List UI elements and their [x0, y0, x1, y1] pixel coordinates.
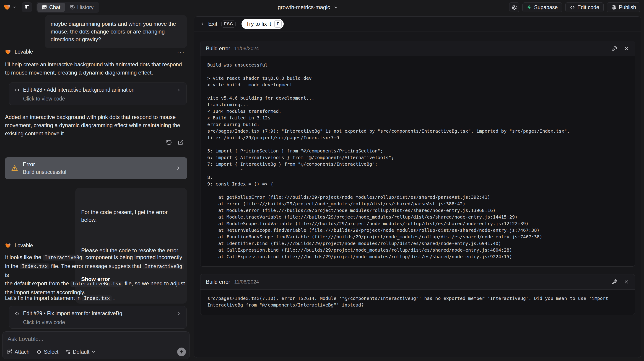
fix-wrench-button[interactable] — [612, 279, 617, 285]
assistant-name: Lovable — [14, 49, 33, 55]
lovable-menu[interactable] — [4, 4, 16, 11]
edit-code-label: Edit code — [578, 4, 599, 10]
open-preview-button[interactable] — [178, 139, 184, 145]
chat-panel: maybe diagramming points and when you mo… — [0, 14, 191, 361]
exit-button[interactable]: Exit — [200, 21, 217, 27]
edit-card-subtitle: Click to view code — [9, 317, 186, 326]
build-error-log-card: Build error 11/08/2024 Build was unsucce… — [200, 41, 635, 267]
error-card-subtitle: Build unsuccessful — [23, 169, 66, 175]
edit-card-28[interactable]: Edit #28 • Add interactive background an… — [9, 82, 186, 105]
image-plus-icon — [7, 349, 12, 355]
assistant-header: Lovable ··· — [5, 49, 185, 55]
tab-chat-label: Chat — [49, 4, 60, 10]
chevron-right-icon — [176, 311, 181, 316]
build-error-card[interactable]: Error Build unsuccessful — [5, 157, 187, 179]
chevron-down-icon — [334, 5, 338, 9]
error-panel: Exit ESC Try to fix it F Build error 11/… — [194, 16, 641, 358]
edit-card-title: Edit #28 • Add interactive background an… — [23, 87, 134, 93]
project-title: growth-metrics-magic — [278, 4, 330, 10]
attach-button[interactable]: Attach — [7, 349, 30, 355]
send-button[interactable] — [177, 348, 186, 356]
message-actions — [166, 139, 184, 145]
edit-card-29[interactable]: Edit #29 • Fix import error for Interact… — [9, 306, 186, 329]
model-selector[interactable]: Default — [65, 349, 96, 355]
assistant-message-1: I'll help create an interactive backgrou… — [5, 60, 189, 77]
globe-icon — [611, 4, 617, 10]
select-button[interactable]: Select — [36, 349, 58, 355]
error-panel-header: Exit ESC Try to fix it F — [194, 17, 641, 31]
try-to-fix-button[interactable]: Try to fix it F — [242, 19, 284, 29]
chevron-down-icon — [92, 350, 96, 354]
build-error-title: Build error — [206, 45, 230, 52]
crosshair-icon — [36, 349, 42, 355]
tab-chat[interactable]: Chat — [38, 3, 65, 12]
sidebar-toggle-icon — [24, 4, 30, 10]
top-bar: Chat History growth-metrics-magic — [0, 0, 644, 14]
exit-label: Exit — [208, 21, 217, 27]
assistant-message-2: Added an interactive background with pin… — [5, 113, 189, 138]
close-icon[interactable] — [624, 46, 629, 51]
restore-button[interactable] — [166, 139, 172, 145]
assistant-message-3: It looks like the InteractiveBg componen… — [5, 253, 189, 297]
lovable-avatar — [5, 49, 11, 55]
chevron-right-icon — [176, 165, 181, 171]
sidebar-toggle-button[interactable] — [22, 2, 32, 12]
user-message-2-line1: For the code present, I get the error be… — [81, 208, 181, 224]
supabase-label: Supabase — [534, 4, 558, 10]
build-error-log-card: Build error 11/08/2024 src/pages/Index.t… — [200, 274, 635, 315]
user-message-1: maybe diagramming points and when you mo… — [45, 15, 187, 48]
edit-card-title: Edit #29 • Fix import error for Interact… — [23, 310, 122, 317]
code-icon — [14, 87, 20, 93]
build-error-log: src/pages/Index.tsx(7,10): error TS2614:… — [207, 295, 628, 308]
warning-icon — [11, 165, 18, 172]
fix-wrench-button[interactable] — [612, 46, 617, 51]
assistant-name: Lovable — [14, 243, 33, 249]
gear-icon — [512, 4, 517, 10]
more-options-button[interactable]: ··· — [177, 50, 185, 54]
lovable-logo-icon — [4, 4, 10, 11]
supabase-button[interactable]: Supabase — [522, 2, 562, 12]
esc-key-badge: ESC — [222, 20, 236, 27]
error-card-title: Error — [23, 161, 66, 168]
lovable-avatar — [5, 243, 11, 249]
topbar-actions: Supabase Edit code Publish — [509, 2, 640, 12]
chevron-right-icon — [176, 87, 181, 92]
edit-card-subtitle: Click to view code — [9, 93, 186, 102]
view-switcher: Chat History — [36, 2, 99, 13]
close-icon[interactable] — [624, 279, 629, 285]
more-options-button[interactable]: ··· — [177, 243, 185, 248]
tab-history[interactable]: History — [66, 3, 98, 12]
chat-composer: Ask Lovable... Attach Select — [2, 331, 190, 359]
publish-button[interactable]: Publish — [607, 2, 640, 12]
arrow-up-icon — [179, 349, 184, 355]
settings-button[interactable] — [509, 2, 519, 12]
publish-label: Publish — [619, 4, 636, 10]
history-icon — [70, 5, 75, 10]
code-icon — [14, 311, 20, 316]
try-to-fix-label: Try to fix it — [246, 21, 271, 27]
edit-code-button[interactable]: Edit code — [565, 2, 604, 12]
ask-lovable-input[interactable]: Ask Lovable... — [8, 336, 184, 342]
project-switcher[interactable]: growth-metrics-magic — [278, 0, 338, 14]
build-error-log: Build was unsuccessful > vite_react_shad… — [207, 62, 628, 260]
tab-history-label: History — [77, 4, 94, 10]
lovable-app: Chat History growth-metrics-magic — [0, 0, 644, 361]
sliders-icon — [65, 349, 71, 355]
f-key-badge: F — [274, 20, 282, 27]
supabase-icon — [527, 5, 532, 10]
chevron-left-icon — [200, 21, 205, 26]
build-error-date: 11/08/2024 — [234, 45, 259, 51]
chat-bubble-icon — [42, 5, 47, 10]
chevron-down-icon — [12, 5, 16, 9]
build-error-date: 11/08/2024 — [234, 279, 259, 285]
assistant-header: Lovable ··· — [5, 243, 185, 249]
assistant-message-4: Let's fix the import statement in Index.… — [5, 294, 189, 303]
code-icon — [570, 4, 575, 10]
build-error-title: Build error — [206, 279, 230, 285]
